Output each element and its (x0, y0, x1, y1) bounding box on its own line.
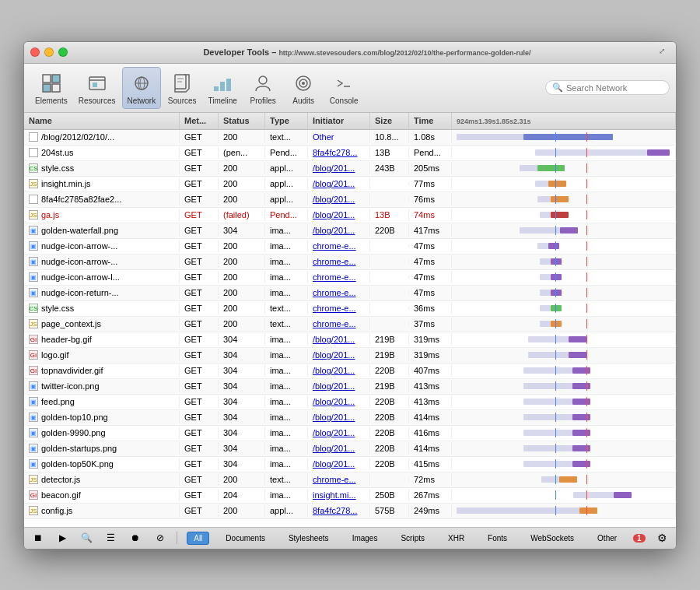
filter-btn-other[interactable]: Other (590, 532, 624, 545)
toolbar-item-resources[interactable]: Resources (74, 68, 121, 108)
filter-btn-all[interactable]: All (187, 532, 209, 545)
table-row[interactable]: JS config.js GET 200 appl... 8fa4fc278..… (24, 504, 676, 519)
col-header-initiator[interactable]: Initiator (308, 113, 370, 129)
table-row[interactable]: ▣ golden-top10.png GET 304 ima... /blog/… (24, 410, 676, 426)
cell-initiator[interactable]: /blog/201... (308, 411, 370, 423)
col-header-method[interactable]: Met... (180, 113, 219, 129)
cell-initiator[interactable]: /blog/201... (308, 333, 370, 346)
cell-initiator[interactable]: chrome-e... (308, 318, 370, 330)
table-row[interactable]: GI beacon.gif GET 204 ima... insight.mi.… (24, 488, 676, 504)
cell-initiator[interactable]: /blog/201... (308, 349, 370, 361)
title-bar: Developer Tools – http://www.stevesouder… (24, 42, 676, 64)
cell-initiator[interactable]: chrome-e... (308, 240, 370, 252)
table-row[interactable]: JS ga.js GET (failed) Pend... /blog/201.… (24, 208, 676, 223)
cell-initiator[interactable]: chrome-e... (308, 302, 370, 314)
table-row[interactable]: JS detector.js GET 200 text... chrome-e.… (24, 472, 676, 488)
filter-btn-websockets[interactable]: WebSockets (523, 532, 581, 545)
table-row[interactable]: /blog/2012/02/10/... GET 200 text... Oth… (24, 130, 676, 146)
toolbar-item-timeline[interactable]: Timeline (203, 68, 242, 108)
cell-initiator[interactable]: /blog/201... (308, 177, 370, 190)
search-input[interactable] (566, 83, 667, 93)
table-row[interactable]: GI topnavdivider.gif GET 304 ima... /blo… (24, 363, 676, 379)
record-dot-icon[interactable]: ⏺ (128, 530, 143, 546)
cell-status: 200 (219, 473, 265, 486)
table-row[interactable]: ▣ nudge-icon-return-... GET 200 ima... c… (24, 286, 676, 301)
table-row[interactable]: ▣ twitter-icon.png GET 304 ima... /blog/… (24, 379, 676, 395)
filter-btn-images[interactable]: Images (345, 532, 385, 545)
table-row[interactable]: ▣ golden-top50K.png GET 304 ima... /blog… (24, 457, 676, 472)
cell-timeline (452, 473, 676, 486)
toolbar-item-console[interactable]: Console (324, 68, 363, 108)
cell-initiator[interactable]: /blog/201... (308, 193, 370, 205)
cell-name: CS style.css (24, 302, 180, 314)
cell-initiator[interactable]: /blog/201... (308, 162, 370, 174)
cell-size: 10.8... (370, 131, 409, 143)
clear-icon[interactable]: ⊘ (152, 530, 167, 546)
cell-initiator[interactable]: Other (308, 131, 370, 143)
table-row[interactable]: GI logo.gif GET 304 ima... /blog/201... … (24, 348, 676, 363)
close-button[interactable] (30, 47, 40, 57)
filename: ga.js (41, 210, 59, 219)
cell-initiator[interactable]: 8fa4fc278... (308, 504, 370, 517)
filter-btn-scripts[interactable]: Scripts (394, 532, 432, 545)
table-row[interactable]: 8fa4fc2785a82fae2... GET 200 appl... /bl… (24, 192, 676, 208)
toolbar-item-network[interactable]: Network (122, 67, 162, 109)
cell-initiator[interactable]: chrome-e... (308, 286, 370, 299)
stop-icon[interactable]: ⏹ (30, 530, 45, 546)
network-table[interactable]: /blog/2012/02/10/... GET 200 text... Oth… (24, 130, 676, 527)
col-header-status[interactable]: Status (219, 113, 265, 129)
toolbar-item-profiles[interactable]: Profiles (243, 68, 282, 108)
cell-initiator[interactable]: /blog/201... (308, 427, 370, 439)
filter-btn-stylesheets[interactable]: Stylesheets (282, 532, 336, 545)
cell-initiator[interactable]: /blog/201... (308, 458, 370, 470)
cell-initiator[interactable]: chrome-e... (308, 271, 370, 283)
cell-type: text... (265, 473, 308, 486)
cell-initiator[interactable]: chrome-e... (308, 473, 370, 486)
table-row[interactable]: ▣ nudge-icon-arrow-l... GET 200 ima... c… (24, 270, 676, 286)
table-row[interactable]: CS style.css GET 200 appl... /blog/201..… (24, 161, 676, 177)
toolbar-item-sources[interactable]: Sources (163, 68, 201, 108)
col-header-time[interactable]: Time (409, 113, 452, 129)
cell-initiator[interactable]: /blog/201... (308, 364, 370, 377)
cell-initiator[interactable]: /blog/201... (308, 380, 370, 392)
table-row[interactable]: GI header-bg.gif GET 304 ima... /blog/20… (24, 332, 676, 348)
filename: feed.png (41, 397, 75, 406)
cell-initiator[interactable]: /blog/201... (308, 442, 370, 455)
cell-initiator[interactable]: insight.mi... (308, 489, 370, 501)
cell-initiator[interactable]: chrome-e... (308, 255, 370, 268)
col-header-size[interactable]: Size (370, 113, 409, 129)
table-row[interactable]: JS insight.min.js GET 200 appl... /blog/… (24, 177, 676, 192)
list-icon[interactable]: ☰ (103, 530, 118, 546)
table-row[interactable]: ▣ nudge-icon-arrow-... GET 200 ima... ch… (24, 255, 676, 270)
table-row[interactable]: ▣ feed.png GET 304 ima... /blog/201... 2… (24, 395, 676, 410)
maximize-button[interactable] (58, 47, 68, 57)
expand-button[interactable]: ⤢ (659, 47, 670, 58)
cell-initiator[interactable]: /blog/201... (308, 209, 370, 221)
table-row[interactable]: CS style.css GET 200 text... chrome-e...… (24, 301, 676, 317)
error-badge: 1 (633, 534, 646, 543)
table-row[interactable]: ▣ nudge-icon-arrow-... GET 200 ima... ch… (24, 239, 676, 255)
toolbar-item-audits[interactable]: Audits (284, 68, 323, 108)
cell-type: Pend... (265, 209, 308, 221)
record-icon[interactable]: ▶ (54, 530, 69, 546)
filter-btn-documents[interactable]: Documents (219, 532, 272, 545)
table-row[interactable]: ▣ golden-waterfall.png GET 304 ima... /b… (24, 223, 676, 239)
toolbar-item-elements[interactable]: Elements (30, 68, 72, 108)
cell-initiator[interactable]: 8fa4fc278... (308, 146, 370, 159)
filter-btn-xhr[interactable]: XHR (441, 532, 471, 545)
filter-btn-fonts[interactable]: Fonts (481, 532, 514, 545)
cell-name: ▣ golden-top50K.png (24, 458, 180, 470)
table-row[interactable]: ▣ golden-startups.png GET 304 ima... /bl… (24, 441, 676, 457)
table-row[interactable]: 204st.us GET (pen... Pend... 8fa4fc278..… (24, 146, 676, 161)
minimize-button[interactable] (44, 47, 54, 57)
col-header-name[interactable]: Name (24, 113, 180, 129)
gear-button[interactable]: ⚙ (655, 530, 670, 546)
cell-initiator[interactable]: /blog/201... (308, 224, 370, 237)
table-row[interactable]: JS page_context.js GET 200 text... chrom… (24, 317, 676, 332)
cell-type: text... (265, 131, 308, 143)
filename: topnavdivider.gif (41, 366, 103, 375)
col-header-type[interactable]: Type (265, 113, 308, 129)
table-row[interactable]: ▣ golden-9990.png GET 304 ima... /blog/2… (24, 426, 676, 441)
cell-initiator[interactable]: /blog/201... (308, 395, 370, 408)
search-icon[interactable]: 🔍 (79, 530, 94, 546)
